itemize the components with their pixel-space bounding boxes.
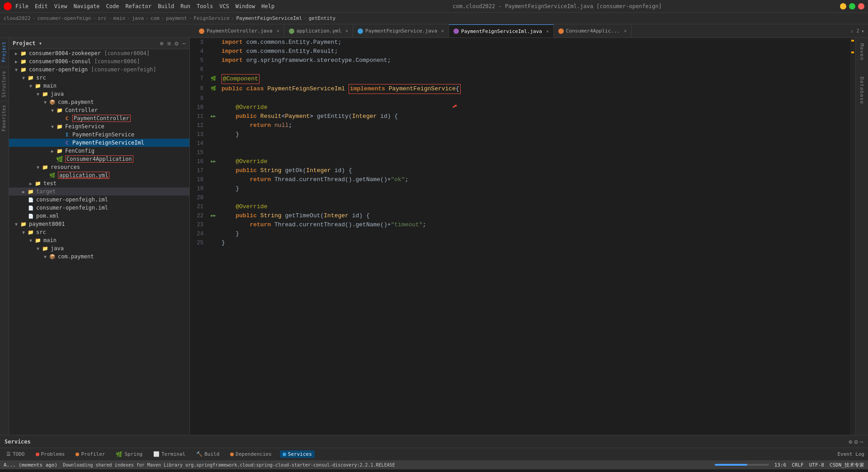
status-line-ending[interactable]: CRLF — [792, 462, 804, 468]
build-label: Build — [204, 451, 219, 457]
problems-icon — [36, 453, 39, 456]
menu-code[interactable]: Code — [106, 3, 119, 9]
code-line-24: 24 } — [190, 229, 855, 238]
locate-file-icon[interactable]: ⊕ — [160, 40, 163, 47]
menu-view[interactable]: View — [54, 3, 67, 9]
menu-file[interactable]: File — [15, 3, 28, 9]
tree-item-src[interactable]: ▼ 📁 src — [9, 74, 189, 82]
menu-build[interactable]: Build — [158, 3, 174, 9]
tree-item-java[interactable]: ▼ 📁 java — [9, 90, 189, 98]
status-encoding[interactable]: UTF-8 — [809, 462, 824, 468]
tab-close-icon[interactable]: × — [277, 28, 279, 33]
tab-build[interactable]: 🔨 Build — [193, 450, 222, 458]
tab-icon-interface — [358, 28, 363, 34]
event-log-label[interactable]: Event Log — [837, 451, 864, 457]
tab-terminal[interactable]: ⬜ Terminal — [151, 450, 188, 458]
breadcrumb-src[interactable]: src — [98, 15, 107, 21]
services-location-icon[interactable]: ⊕ — [849, 438, 852, 445]
breadcrumb-method[interactable]: getEntity — [309, 15, 336, 21]
menu-vcs[interactable]: VCS — [219, 3, 229, 9]
tree-item-com-payment[interactable]: ▼ 📦 com.payment — [9, 98, 189, 106]
code-line-21: 21 @Override — [190, 202, 855, 211]
code-editor[interactable]: 3 import com.commons.Entity.Payment; 4 i… — [190, 38, 855, 435]
tab-payment-controller[interactable]: PaymentController.java × — [194, 24, 284, 37]
tab-spring[interactable]: 🌿 Spring — [113, 450, 145, 458]
tab-close-icon[interactable]: × — [624, 28, 627, 33]
tree-item-test[interactable]: ▶ 📁 test — [9, 179, 189, 187]
tree-item-fenconfig[interactable]: ▶ 📁 FenConfig — [9, 147, 189, 155]
menu-tools[interactable]: Tools — [197, 3, 213, 9]
tree-item-consumer4application[interactable]: ▶ 🌿 Consumer4Application — [9, 155, 189, 163]
tab-close-icon[interactable]: × — [546, 29, 549, 34]
tab-label: Consumer4Applic... — [566, 28, 620, 34]
project-panel-toggle[interactable]: Project — [0, 38, 9, 66]
collapse-tabs-icon[interactable]: ▾ — [861, 28, 864, 34]
warning-count[interactable]: ⚠ 2 — [850, 28, 859, 34]
tree-item-controller[interactable]: ▼ 📁 Controller — [9, 106, 189, 114]
menu-refactor[interactable]: Refactor — [125, 3, 151, 9]
tree-item-com-payment2[interactable]: ▼ 📦 com.payment — [9, 252, 189, 261]
collapse-all-icon[interactable]: ≡ — [167, 40, 171, 47]
favorites-panel-toggle[interactable]: Favorites — [0, 102, 9, 134]
close-panel-icon[interactable]: − — [182, 40, 186, 47]
breadcrumb-module[interactable]: consumer-openfeign — [37, 15, 91, 21]
tree-item-consumer-openfeign[interactable]: ▼ 📁 consumer-openfeign [consumer-openfei… — [9, 65, 189, 74]
tab-profiler[interactable]: Profiler — [73, 450, 108, 458]
tree-item-main[interactable]: ▼ 📁 main — [9, 82, 189, 90]
menu-help[interactable]: Help — [261, 3, 274, 9]
tree-item-java2[interactable]: ▼ 📁 java — [9, 244, 189, 252]
tab-application-yml[interactable]: application.yml × — [284, 24, 353, 37]
tab-consumer-application[interactable]: Consumer4Applic... × — [554, 24, 632, 37]
structure-panel-toggle[interactable]: Structure — [0, 68, 9, 100]
tab-todo[interactable]: ☰ TODO — [4, 450, 28, 458]
minimap-marker-1 — [851, 40, 854, 42]
code-line-19: 19 } — [190, 184, 855, 193]
tree-item-consumer8006[interactable]: ▶ 📁 consumer8006-consul [consumer8006] — [9, 57, 189, 65]
project-tree: ▶ 📁 consumer8004-zookeeper [consumer8004… — [9, 49, 189, 261]
code-line-20: 20 — [190, 193, 855, 202]
services-close-icon[interactable]: − — [860, 438, 863, 445]
breadcrumb-feignservice[interactable]: FeignService — [193, 15, 229, 21]
breadcrumb-payment[interactable]: payment — [166, 15, 187, 21]
minimize-button[interactable] — [840, 3, 846, 9]
tree-item-payment-controller[interactable]: ▶ C PaymentController — [9, 114, 189, 122]
tree-item-pom[interactable]: ▶ 📄 pom.xml — [9, 212, 189, 220]
tree-item-resources[interactable]: ▼ 📁 resources — [9, 163, 189, 171]
tree-item-application-yml[interactable]: ▶ 🌿 application.yml — [9, 171, 189, 179]
breadcrumb-class[interactable]: PaymentFeignServiceIml — [236, 15, 302, 21]
close-button[interactable] — [858, 3, 864, 9]
tab-services[interactable]: Services — [280, 450, 315, 458]
menu-window[interactable]: Window — [236, 3, 255, 9]
tab-close-icon[interactable]: × — [441, 28, 444, 33]
tree-item-src2[interactable]: ▼ 📁 src — [9, 228, 189, 236]
maven-panel-toggle[interactable]: Maven — [857, 40, 867, 64]
menu-edit[interactable]: Edit — [35, 3, 48, 9]
menu-run[interactable]: Run — [180, 3, 190, 9]
tree-item-payment-feign-service-iml[interactable]: ▶ C PaymentFeignServiceIml — [9, 139, 189, 147]
status-progress-bar — [715, 464, 769, 466]
breadcrumb-com[interactable]: com — [151, 15, 160, 21]
tree-item-consumer8004[interactable]: ▶ 📁 consumer8004-zookeeper [consumer8004… — [9, 49, 189, 57]
project-panel: Project ▾ ⊕ ≡ ⚙ − ▶ 📁 consumer8004-zooke… — [9, 38, 190, 435]
tab-dependencies[interactable]: Dependencies — [227, 450, 274, 458]
status-position[interactable]: 13:6 — [774, 462, 787, 468]
breadcrumb-main[interactable]: main — [113, 15, 126, 21]
tree-item-iml2[interactable]: ▶ 📄 consumer-openfeign.iml — [9, 204, 189, 212]
tab-close-icon[interactable]: × — [345, 28, 348, 33]
database-panel-toggle[interactable]: Database — [857, 73, 867, 108]
breadcrumb-java[interactable]: java — [132, 15, 144, 21]
tree-item-main2[interactable]: ▼ 📁 main — [9, 236, 189, 244]
tree-item-feignservice[interactable]: ▼ 📁 FeignService — [9, 122, 189, 131]
tree-item-payment-feign-service[interactable]: ▶ I PaymentFeignService — [9, 131, 189, 139]
tree-item-target[interactable]: ▶ 📁 target — [9, 187, 189, 196]
maximize-button[interactable] — [849, 3, 855, 9]
services-settings-icon[interactable]: ⚙ — [854, 438, 858, 445]
tree-item-iml1[interactable]: ▶ 📄 consumer-openfeigh.iml — [9, 196, 189, 204]
tab-problems[interactable]: Problems — [33, 450, 68, 458]
menu-navigate[interactable]: Navigate — [74, 3, 100, 9]
project-settings-icon[interactable]: ⚙ — [175, 40, 178, 47]
tree-item-payment8001[interactable]: ▼ 📁 payment8001 — [9, 220, 189, 228]
tab-payment-feign-service-iml[interactable]: PaymentFeignServiceIml.java × — [449, 24, 554, 37]
breadcrumb-project[interactable]: cloud2022 — [4, 15, 31, 21]
tab-payment-feign-service[interactable]: PaymentFeignService.java × — [353, 24, 449, 37]
